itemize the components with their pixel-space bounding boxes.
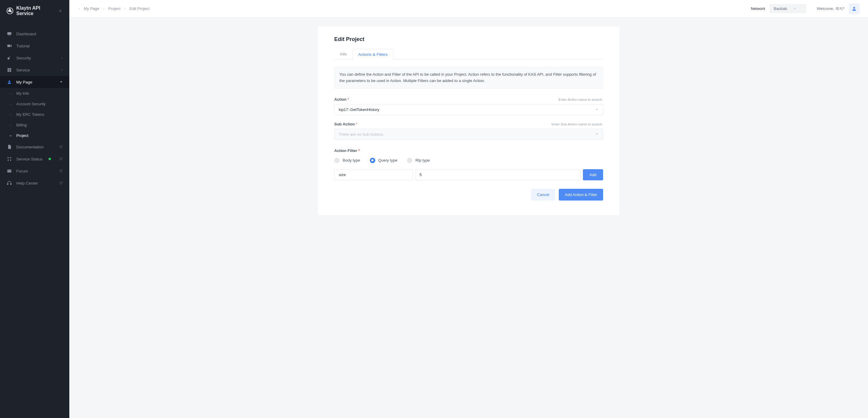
sidebar-subitem-erc-tokens[interactable]: –My ERC Tokens bbox=[0, 109, 69, 120]
svg-rect-1 bbox=[7, 32, 11, 35]
svg-rect-9 bbox=[7, 70, 9, 72]
sidebar-item-tutorial[interactable]: Tutorial bbox=[0, 40, 69, 52]
svg-rect-2 bbox=[8, 35, 10, 36]
svg-marker-4 bbox=[10, 44, 11, 47]
external-link-icon bbox=[59, 181, 63, 185]
svg-point-12 bbox=[7, 157, 9, 158]
sidebar-item-help-center[interactable]: Help Center bbox=[0, 177, 69, 189]
card: Edit Project Info Actions & Filters You … bbox=[318, 27, 619, 215]
filter-value-input[interactable] bbox=[415, 169, 581, 180]
tabs: Info Actions & Filters bbox=[334, 49, 603, 60]
notice-box: You can define the Action and Filter of … bbox=[334, 67, 603, 89]
filter-type-radios: Body type Query type Rlp type bbox=[334, 158, 603, 163]
main: My Page Project Edit Project Network Bao… bbox=[69, 0, 868, 418]
radio-icon bbox=[407, 158, 412, 163]
svg-rect-16 bbox=[7, 170, 11, 172]
sidebar-item-label: Documentation bbox=[16, 145, 44, 149]
sidebar-item-service[interactable]: Service › bbox=[0, 64, 69, 76]
external-link-icon bbox=[59, 157, 63, 161]
sidebar-item-security[interactable]: Security › bbox=[0, 52, 69, 64]
network-value: Baobab bbox=[774, 6, 787, 11]
chevron-right-icon bbox=[102, 7, 105, 10]
add-filter-button[interactable]: Add bbox=[583, 169, 603, 180]
breadcrumb-item[interactable]: Project bbox=[108, 6, 120, 11]
sidebar-item-dashboard[interactable]: Dashboard bbox=[0, 28, 69, 40]
breadcrumb-item[interactable]: Edit Project bbox=[130, 6, 150, 11]
radio-body-type[interactable]: Body type bbox=[334, 158, 360, 163]
svg-rect-8 bbox=[10, 68, 11, 70]
chevron-down-icon bbox=[595, 107, 598, 112]
user-icon bbox=[7, 80, 12, 85]
sidebar-item-forum[interactable]: Forum bbox=[0, 165, 69, 177]
mail-icon bbox=[7, 169, 12, 173]
cancel-button[interactable]: Cancel bbox=[531, 189, 555, 201]
sidebar-item-service-status[interactable]: Service Status bbox=[0, 153, 69, 165]
network-label: Network bbox=[751, 6, 765, 11]
subaction-hint: Enter Sub Action name to search. bbox=[552, 122, 603, 126]
sidebar-item-label: Dashboard bbox=[16, 32, 36, 36]
sidebar-subitem-billing[interactable]: –Billing bbox=[0, 120, 69, 130]
svg-point-5 bbox=[7, 58, 10, 60]
sidebar-subitem-label: Account Security bbox=[16, 102, 46, 106]
sidebar-subitem-label: My Info bbox=[16, 91, 29, 96]
user-icon bbox=[851, 6, 857, 11]
sidebar-item-label: Tutorial bbox=[16, 44, 30, 48]
svg-point-11 bbox=[8, 81, 10, 82]
action-label: Action * bbox=[334, 97, 349, 102]
welcome-text: Welcome, 곽지* bbox=[817, 6, 844, 11]
svg-point-13 bbox=[10, 157, 11, 158]
sidebar-item-label: Service Status bbox=[16, 157, 42, 161]
sidebar-subitem-label: Billing bbox=[16, 123, 27, 127]
sidebar-subitem-account-security[interactable]: –Account Security bbox=[0, 99, 69, 109]
key-icon bbox=[7, 56, 12, 60]
radio-label: Body type bbox=[343, 158, 360, 162]
filter-key-input[interactable] bbox=[334, 169, 412, 180]
chevron-right-icon: › bbox=[61, 56, 63, 60]
sidebar-subitem-label: My ERC Tokens bbox=[16, 112, 44, 117]
action-filter-label: Action Filter * bbox=[334, 148, 603, 153]
tab-actions-filters[interactable]: Actions & Filters bbox=[352, 49, 394, 60]
chevron-down-icon bbox=[595, 132, 598, 137]
topbar: My Page Project Edit Project Network Bao… bbox=[69, 0, 868, 18]
sidebar-subitem-myinfo[interactable]: –My Info bbox=[0, 88, 69, 99]
tab-info[interactable]: Info bbox=[334, 49, 352, 59]
action-select[interactable]: kip17::GetTokenHistory bbox=[334, 104, 603, 115]
network-select[interactable]: Baobab bbox=[770, 4, 807, 13]
radio-label: Rlp type bbox=[415, 158, 430, 162]
svg-point-19 bbox=[853, 7, 855, 9]
subaction-placeholder: There are no Sub Actions. bbox=[339, 132, 384, 137]
sidebar-item-documentation[interactable]: Documentation bbox=[0, 141, 69, 153]
radio-query-type[interactable]: Query type bbox=[370, 158, 398, 163]
sidebar-subitem-project[interactable]: –Project bbox=[0, 130, 69, 141]
nav-list: Dashboard Tutorial Security › Service › … bbox=[0, 22, 69, 189]
sidebar-item-label: Service bbox=[16, 68, 30, 72]
svg-rect-6 bbox=[8, 56, 10, 58]
add-action-filter-button[interactable]: Add Action & Filter bbox=[559, 189, 603, 201]
sidebar-item-label: Forum bbox=[16, 169, 28, 173]
radio-icon bbox=[370, 158, 375, 163]
svg-rect-17 bbox=[7, 183, 8, 185]
sidebar-collapse-icon[interactable] bbox=[59, 9, 63, 13]
avatar-button[interactable] bbox=[849, 3, 860, 14]
subaction-select[interactable]: There are no Sub Actions. bbox=[334, 129, 603, 140]
svg-rect-3 bbox=[7, 44, 10, 47]
chevron-right-icon: › bbox=[61, 68, 63, 72]
sidebar-item-label: Help Center bbox=[16, 181, 38, 185]
svg-point-15 bbox=[10, 159, 11, 161]
subaction-label: Sub Action * bbox=[334, 122, 358, 126]
sidebar-item-mypage[interactable]: My Page bbox=[0, 76, 69, 88]
page-title: Edit Project bbox=[334, 36, 603, 42]
sidebar-subitem-label: Project bbox=[16, 133, 28, 138]
sidebar-item-label: My Page bbox=[16, 80, 32, 85]
grid-icon bbox=[7, 67, 12, 72]
brand-title: Klaytn API Service bbox=[16, 5, 56, 16]
brand: Klaytn API Service bbox=[0, 0, 69, 22]
breadcrumb-item[interactable]: My Page bbox=[84, 6, 99, 11]
svg-rect-18 bbox=[10, 183, 11, 185]
radio-icon bbox=[334, 158, 340, 163]
nav-sub-list: –My Info –Account Security –My ERC Token… bbox=[0, 88, 69, 141]
radio-rlp-type[interactable]: Rlp type bbox=[407, 158, 430, 163]
action-select-value: kip17::GetTokenHistory bbox=[339, 107, 379, 112]
video-icon bbox=[7, 43, 12, 48]
svg-point-14 bbox=[7, 159, 9, 161]
